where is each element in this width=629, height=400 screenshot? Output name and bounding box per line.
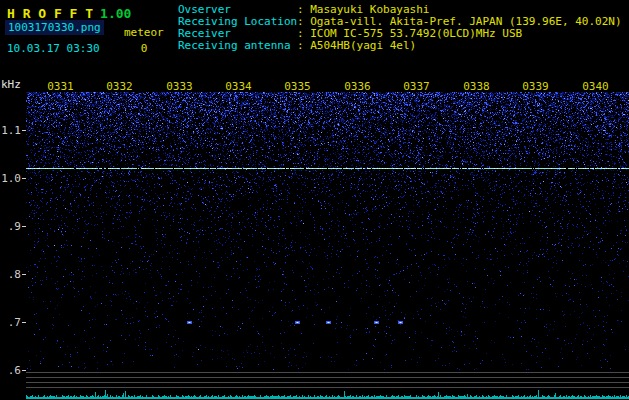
info-value: : A504HB(yagi 4el) bbox=[297, 39, 416, 52]
level-canvas bbox=[26, 371, 629, 399]
y-tick-label: 1.1 bbox=[0, 124, 21, 137]
filename: 1003170330.png bbox=[5, 20, 104, 35]
app-version: 1.00 bbox=[100, 6, 131, 21]
y-tick-label: .7 bbox=[0, 316, 21, 329]
y-tick-label: .9 bbox=[0, 220, 21, 233]
mode-label: meteor bbox=[124, 26, 164, 39]
y-tick-label: .8 bbox=[0, 268, 21, 281]
y-axis-unit: kHz bbox=[1, 78, 21, 91]
app-title: H R O F F T bbox=[7, 6, 93, 21]
hrofft-output: H R O F F T1.00 1003170330.png meteor 0 … bbox=[0, 0, 629, 400]
spectrogram-canvas bbox=[26, 92, 629, 370]
y-tick-label: 1.0 bbox=[0, 172, 21, 185]
timestamp: 10.03.17 03:30 bbox=[7, 42, 100, 55]
meteor-count: 0 bbox=[124, 42, 164, 55]
y-tick-label: .6 bbox=[0, 364, 21, 377]
info-row: Receiving antenna: A504HB(yagi 4el) bbox=[178, 40, 622, 52]
info-label: Receiving antenna bbox=[178, 40, 297, 52]
station-info: Ovserver: Masayuki Kobayashi Receiving L… bbox=[178, 4, 622, 52]
